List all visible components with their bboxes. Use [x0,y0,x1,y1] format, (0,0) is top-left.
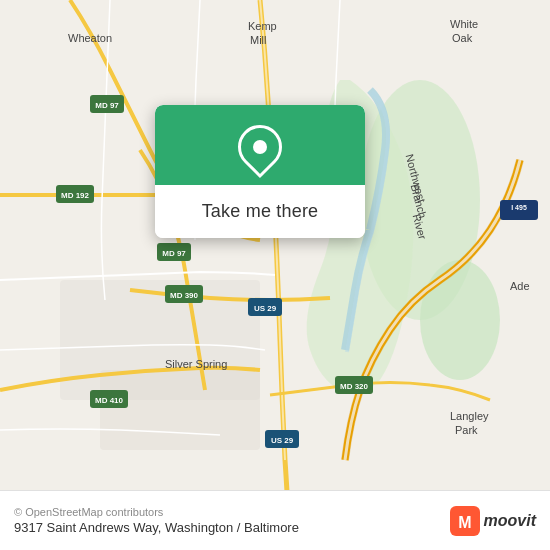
svg-text:MD 97: MD 97 [162,249,186,258]
svg-text:MD 320: MD 320 [340,382,369,391]
svg-text:MD 192: MD 192 [61,191,90,200]
svg-text:US 29: US 29 [254,304,277,313]
svg-text:Silver Spring: Silver Spring [165,358,227,370]
moovit-icon: M [450,506,480,536]
svg-rect-4 [100,370,260,450]
svg-text:Kemp: Kemp [248,20,277,32]
take-me-there-button[interactable]: Take me there [155,185,365,238]
svg-text:Wheaton: Wheaton [68,32,112,44]
svg-text:White: White [450,18,478,30]
address-text: 9317 Saint Andrews Way, Washington / Bal… [14,520,299,535]
moovit-logo: M moovit [450,506,536,536]
svg-text:MD 410: MD 410 [95,396,124,405]
map-container: Wheaton Kemp Mill White Oak Silver Sprin… [0,0,550,490]
svg-text:Park: Park [455,424,478,436]
svg-text:Oak: Oak [452,32,473,44]
svg-text:US 29: US 29 [271,436,294,445]
moovit-text: moovit [484,512,536,530]
popup-card: Take me there [155,105,365,238]
svg-text:M: M [458,514,471,531]
svg-text:I 495: I 495 [511,204,527,211]
svg-text:Mill: Mill [250,34,267,46]
svg-text:MD 390: MD 390 [170,291,199,300]
svg-point-2 [420,260,500,380]
popup-icon-area [155,105,365,185]
copyright-text: © OpenStreetMap contributors [14,506,299,518]
svg-text:Langley: Langley [450,410,489,422]
map-pin-icon [229,116,291,178]
footer-bar: © OpenStreetMap contributors 9317 Saint … [0,490,550,550]
svg-text:MD 97: MD 97 [95,101,119,110]
svg-text:Ade: Ade [510,280,530,292]
